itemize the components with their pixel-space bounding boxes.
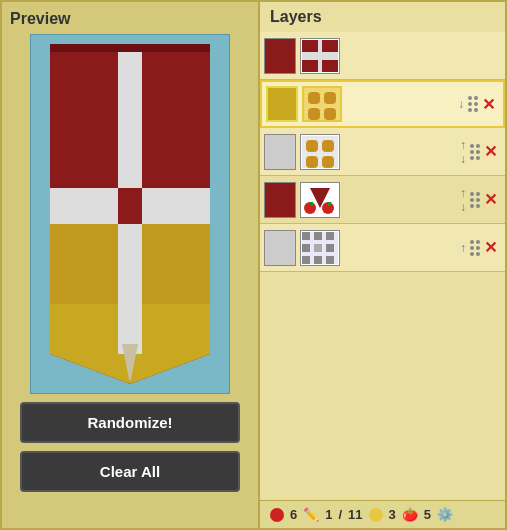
layer-row: ↑ ✕	[260, 224, 505, 272]
red-count: 6	[290, 507, 297, 522]
svg-rect-37	[302, 244, 310, 252]
layer-row: ↓ ✕	[260, 80, 505, 128]
preview-title: Preview	[10, 10, 70, 28]
pencil-count: 1	[325, 507, 332, 522]
svg-rect-42	[326, 256, 334, 264]
svg-rect-21	[324, 108, 336, 120]
layer-color-swatch	[266, 86, 298, 122]
svg-rect-14	[322, 40, 338, 52]
layer-drag-handle[interactable]	[468, 96, 478, 112]
svg-rect-40	[302, 256, 310, 264]
layer-color-swatch	[264, 134, 296, 170]
svg-rect-32	[328, 202, 331, 206]
layer-row: ↑ ↓ ✕	[260, 176, 505, 224]
layer-delete-button[interactable]: ✕	[482, 95, 495, 114]
layer-pattern-preview	[300, 38, 340, 74]
layer-pattern-preview	[300, 230, 340, 266]
layer-up-arrow[interactable]: ↑	[460, 187, 466, 199]
svg-rect-34	[302, 232, 310, 240]
layer-drag-handle[interactable]	[470, 240, 480, 256]
svg-rect-25	[306, 156, 318, 168]
svg-rect-26	[322, 156, 334, 168]
layer-up-arrow[interactable]: ↑	[460, 139, 466, 151]
layer-color-swatch	[264, 38, 296, 74]
svg-rect-16	[322, 60, 338, 72]
pencil-icon: ✏️	[303, 507, 319, 522]
svg-rect-41	[314, 256, 322, 264]
layer-row	[260, 32, 505, 80]
layer-up-arrow[interactable]: ↑	[460, 242, 466, 254]
svg-rect-23	[306, 140, 318, 152]
gear-icon: ⚙️	[437, 507, 453, 522]
yellow-icon	[369, 508, 383, 522]
layer-controls: ↑ ↓	[460, 187, 466, 213]
layer-controls: ↑	[460, 242, 466, 254]
svg-rect-31	[310, 202, 313, 206]
svg-rect-7	[118, 188, 142, 224]
banner-preview	[50, 44, 210, 384]
left-panel: Preview Randomize! Cl	[0, 0, 260, 530]
layer-drag-handle[interactable]	[470, 192, 480, 208]
svg-rect-35	[314, 232, 322, 240]
layer-color-swatch	[264, 230, 296, 266]
gear-count: 5	[424, 507, 431, 522]
layer-down-arrow[interactable]: ↓	[458, 98, 464, 110]
svg-rect-24	[322, 140, 334, 152]
svg-rect-36	[326, 232, 334, 240]
layer-color-swatch	[264, 182, 296, 218]
svg-rect-39	[326, 244, 334, 252]
layer-delete-button[interactable]: ✕	[484, 142, 497, 161]
layer-down-arrow[interactable]: ↓	[460, 201, 466, 213]
status-bar: 6 ✏️ 1 / 11 3 🍅 5 ⚙️	[260, 500, 505, 528]
svg-rect-15	[302, 60, 318, 72]
layer-delete-button[interactable]: ✕	[484, 190, 497, 209]
svg-rect-10	[50, 44, 210, 52]
svg-rect-18	[308, 92, 320, 104]
layer-controls: ↑ ↓	[460, 139, 466, 165]
tomato-count: 3	[389, 507, 396, 522]
red-icon	[270, 508, 284, 522]
layer-pattern-preview	[300, 182, 340, 218]
layer-delete-button[interactable]: ✕	[484, 238, 497, 257]
layer-pattern-preview	[300, 134, 340, 170]
svg-rect-20	[308, 108, 320, 120]
preview-area	[30, 34, 230, 394]
randomize-button[interactable]: Randomize!	[20, 402, 240, 443]
layer-controls: ↓	[458, 98, 464, 110]
layer-pattern-preview	[302, 86, 342, 122]
layer-row: ↑ ↓ ✕	[260, 128, 505, 176]
right-panel: Layers	[260, 0, 507, 530]
svg-rect-38	[314, 244, 322, 252]
layer-drag-handle[interactable]	[470, 144, 480, 160]
svg-rect-13	[302, 40, 318, 52]
svg-rect-19	[324, 92, 336, 104]
clear-all-button[interactable]: Clear All	[20, 451, 240, 492]
yellow-count: 11	[348, 507, 362, 522]
tomato-icon: 🍅	[402, 507, 418, 522]
slash-separator: /	[338, 507, 342, 522]
layers-list: ↓ ✕ ↑	[260, 32, 505, 500]
layers-title: Layers	[260, 2, 505, 32]
layer-down-arrow[interactable]: ↓	[460, 153, 466, 165]
